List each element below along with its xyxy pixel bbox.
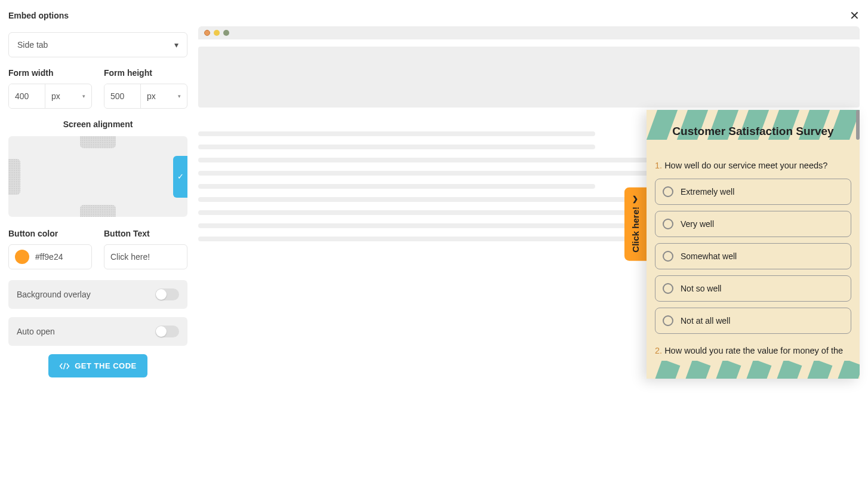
- form-height-label: Form height: [104, 68, 187, 78]
- close-button[interactable]: ✕: [849, 8, 860, 23]
- button-color-label: Button color: [8, 229, 92, 238]
- option-label: Very well: [681, 219, 714, 229]
- form-width-label: Form width: [8, 68, 92, 78]
- chevron-right-icon: ❯: [633, 195, 639, 203]
- form-width-unit: px: [51, 91, 60, 101]
- button-color-input[interactable]: #ff9e24: [8, 244, 92, 269]
- decoration-stripes: [647, 361, 860, 379]
- auto-open-toggle[interactable]: [155, 326, 179, 337]
- options-sidebar: Side tab ▾ Form width px ▾ Form height: [8, 26, 187, 377]
- survey-option[interactable]: Very well: [655, 211, 851, 237]
- radio-icon: [663, 315, 673, 326]
- window-dot-icon: [223, 30, 229, 36]
- form-height-input[interactable]: [104, 84, 140, 108]
- color-swatch: [15, 250, 29, 264]
- form-width-input[interactable]: [9, 84, 45, 108]
- survey-popup: Customer Satisfaction Survey 1. How well…: [647, 110, 860, 379]
- option-label: Not at all well: [681, 316, 730, 326]
- window-dot-icon: [204, 30, 210, 36]
- chevron-down-icon: ▾: [174, 40, 178, 50]
- skeleton-line: [198, 184, 595, 189]
- survey-option[interactable]: Extremely well: [655, 179, 851, 205]
- form-height-unit-select[interactable]: px ▾: [140, 84, 187, 108]
- preview-pane: Click here! ❯ Customer Satisfaction Surv…: [198, 26, 860, 377]
- embed-type-select[interactable]: Side tab ▾: [8, 32, 187, 57]
- radio-icon: [663, 219, 673, 229]
- survey-option[interactable]: Somewhat well: [655, 243, 851, 269]
- form-width-unit-select[interactable]: px ▾: [45, 84, 91, 108]
- skeleton-line: [198, 131, 595, 136]
- code-icon: [59, 362, 70, 370]
- background-overlay-toggle[interactable]: [155, 288, 179, 300]
- skeleton-block: [198, 47, 860, 108]
- svg-line-0: [64, 363, 66, 369]
- skeleton-line: [198, 145, 595, 149]
- embed-type-value: Side tab: [17, 40, 48, 50]
- alignment-label: Screen alignment: [8, 119, 187, 129]
- survey-option[interactable]: Not so well: [655, 275, 851, 302]
- form-height-unit: px: [147, 91, 156, 101]
- browser-chrome: [198, 26, 860, 39]
- button-text-input[interactable]: [104, 244, 187, 269]
- alignment-picker: ✓: [8, 136, 187, 217]
- option-label: Extremely well: [681, 187, 734, 196]
- window-dot-icon: [214, 30, 220, 36]
- survey-question-2: 2. How would you rate the value for mone…: [655, 346, 851, 355]
- radio-icon: [663, 251, 673, 262]
- auto-open-label: Auto open: [17, 327, 55, 336]
- chevron-down-icon: ▾: [178, 93, 181, 99]
- alignment-right[interactable]: ✓: [173, 156, 187, 198]
- radio-icon: [663, 283, 673, 294]
- chevron-down-icon: ▾: [82, 93, 85, 99]
- get-code-label: GET THE CODE: [75, 361, 137, 370]
- button-color-value: #ff9e24: [35, 252, 63, 262]
- radio-icon: [663, 186, 673, 197]
- survey-option[interactable]: Not at all well: [655, 308, 851, 334]
- button-text-label: Button Text: [104, 229, 187, 238]
- question-text: How would you rate the value for money o…: [664, 346, 843, 355]
- alignment-bottom[interactable]: [80, 205, 116, 217]
- survey-title: Customer Satisfaction Survey: [655, 125, 851, 138]
- get-code-button[interactable]: GET THE CODE: [48, 354, 147, 377]
- page-title: Embed options: [8, 11, 69, 20]
- question-number: 1.: [655, 161, 662, 170]
- option-label: Not so well: [681, 284, 721, 293]
- option-label: Somewhat well: [681, 251, 737, 261]
- alignment-left[interactable]: [8, 159, 20, 195]
- survey-question-1: 1. How well do our service meet your nee…: [655, 161, 851, 170]
- side-tab-button[interactable]: Click here! ❯: [624, 188, 647, 261]
- alignment-top[interactable]: [80, 136, 116, 148]
- question-number: 2.: [655, 346, 662, 355]
- question-text: How well do our service meet your needs?: [664, 161, 827, 170]
- side-tab-label: Click here!: [630, 207, 641, 253]
- background-overlay-label: Background overlay: [17, 290, 91, 299]
